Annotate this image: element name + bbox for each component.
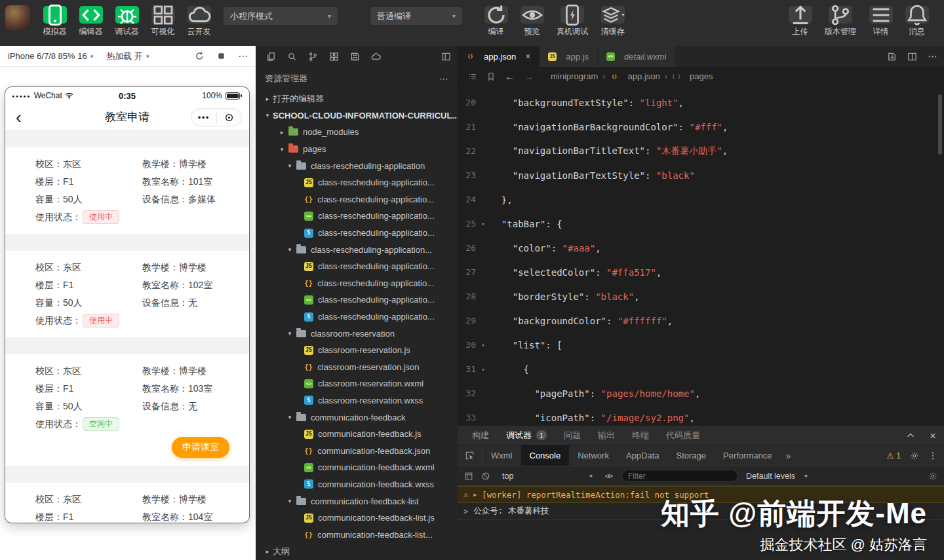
eval-context-icon[interactable] [464, 472, 473, 481]
tree-file[interactable]: JSclassroom-reservation.js [256, 342, 458, 359]
panel-tab-构建[interactable]: 构建 [472, 430, 489, 441]
tree-file[interactable]: Sclassroom-reservation.wxss [256, 392, 458, 409]
cloud-icon[interactable] [371, 52, 381, 62]
devtools-menu-icon[interactable] [928, 451, 937, 460]
expand-panel-icon[interactable] [906, 431, 915, 440]
simulator-more-icon[interactable]: ⋯ [238, 50, 248, 62]
stop-simulator-icon[interactable] [216, 51, 226, 61]
warning-count[interactable]: ⚠1 [887, 451, 901, 460]
tree-file[interactable]: {}class-rescheduling-applicatio... [256, 275, 458, 292]
grid-icon[interactable] [329, 52, 339, 62]
tree-folder[interactable]: ▾pages [256, 141, 458, 158]
compile-mode-dropdown[interactable]: 普通编译▾ [370, 7, 462, 25]
tree-folder[interactable]: ▸node_modules [256, 124, 458, 141]
tree-file[interactable]: {}classroom-reservation.json [256, 359, 458, 376]
save-icon[interactable] [350, 52, 360, 62]
editor-tab-app.json[interactable]: {}app.json× [458, 46, 540, 67]
fold-icon[interactable]: ▾ [476, 342, 490, 348]
devtools-tab-Console[interactable]: Console [521, 445, 570, 466]
context-dropdown[interactable]: top▾ [498, 472, 597, 481]
fold-icon[interactable]: ▾ [476, 221, 490, 227]
devtools-overflow-icon[interactable]: » [780, 445, 796, 466]
tree-folder[interactable]: ▾communication-feedback-list [256, 493, 458, 510]
tree-file[interactable]: {}class-rescheduling-applicatio... [256, 191, 458, 208]
code-line[interactable]: 22 "navigationBarTitleText": "木番薯小助手", [458, 139, 937, 163]
inspect-element-icon[interactable] [458, 445, 482, 466]
branch-icon[interactable] [308, 52, 318, 62]
code-line[interactable]: 33 "iconPath": "/image/sy2.png", [458, 405, 937, 426]
tree-file[interactable]: <>class-rescheduling-applicatio... [256, 291, 458, 308]
tool-visualization-button[interactable]: 可视化 [145, 6, 181, 37]
devtools-tab-Storage[interactable]: Storage [667, 445, 715, 466]
editor-tab-app.js[interactable]: JSapp.js [540, 46, 598, 67]
tree-folder[interactable]: ▾class-rescheduling-application [256, 157, 458, 174]
live-expression-icon[interactable] [604, 472, 614, 481]
action-upload-button[interactable]: 上传 [782, 6, 818, 37]
code-line[interactable]: 31▾ { [458, 357, 937, 381]
panel-tab-问题[interactable]: 问题 [564, 430, 581, 441]
outline-section[interactable]: ▸ 大纲 [256, 542, 458, 560]
close-panel-icon[interactable]: × [930, 430, 936, 441]
expand-icon[interactable]: ▶ [473, 492, 477, 498]
log-levels-dropdown[interactable]: Default levels▾ [746, 472, 808, 481]
devtools-tab-AppData[interactable]: AppData [618, 445, 668, 466]
tree-file[interactable]: Sclass-rescheduling-applicatio... [256, 308, 458, 326]
tool-cloud-dev-button[interactable]: 云开发 [181, 6, 217, 37]
code-line[interactable]: 28 "borderStyle": "black", [458, 284, 937, 308]
back-button[interactable]: ‹ [16, 109, 22, 126]
devtools-tab-Wxml[interactable]: Wxml [482, 445, 521, 466]
breadcrumb-item[interactable]: pages [690, 71, 713, 81]
code-area[interactable]: 20 "backgroundTextStyle": "light",21 "na… [458, 86, 937, 426]
search-icon[interactable] [287, 52, 297, 62]
code-line[interactable]: 20 "backgroundTextStyle": "light", [458, 90, 937, 115]
section-project-root[interactable]: ▾SCHOOL-CLOUD-INFORMATION-CURRICUL... [256, 107, 458, 124]
action-details-button[interactable]: 详情 [863, 6, 899, 37]
action-device-debug-button[interactable]: 真机调试 [550, 6, 595, 37]
clear-console-icon[interactable] [481, 472, 490, 481]
tree-file[interactable]: JScommunication-feedback-list.js [256, 510, 458, 527]
apply-classroom-button[interactable]: 申请课室 [172, 437, 229, 458]
action-compile-button[interactable]: 编译 [478, 6, 514, 37]
navigate-back-icon[interactable]: ← [505, 71, 515, 82]
tree-file[interactable]: JSclass-rescheduling-applicatio... [256, 174, 458, 191]
breadcrumb-item[interactable]: app.json [628, 71, 660, 81]
tree-file[interactable]: Sclass-rescheduling-applicatio... [256, 225, 458, 242]
tree-file[interactable]: JScommunication-feedback.js [256, 426, 458, 443]
console-warning-row[interactable]: ⚠▶[worker] reportRealtimeAction:fail not… [458, 486, 944, 503]
code-line[interactable]: 23 "navigationBarTextStyle": "black" [458, 163, 937, 187]
tool-editor-button[interactable]: 编辑器 [73, 6, 109, 37]
devtools-tab-Performance[interactable]: Performance [715, 445, 780, 466]
more-menu-icon[interactable]: ••• [191, 113, 216, 122]
tree-file[interactable]: {}communication-feedback.json [256, 442, 458, 459]
action-messages-button[interactable]: 消息 [899, 6, 935, 37]
tree-file[interactable]: Scommunication-feedback.wxss [256, 476, 458, 493]
navigate-forward-icon[interactable]: → [524, 71, 534, 82]
restart-simulator-icon[interactable] [195, 51, 205, 61]
collapse-explorer-icon[interactable] [441, 52, 451, 62]
tree-folder[interactable]: ▾classroom-reservation [256, 325, 458, 342]
panel-tab-调试器[interactable]: 调试器1 [506, 430, 547, 441]
code-line[interactable]: 24 }, [458, 187, 937, 212]
editor-tab-detail.wxml[interactable]: <>detail.wxml [598, 46, 675, 67]
code-line[interactable]: 25▾ "tabBar": { [458, 212, 937, 236]
panel-tab-终端[interactable]: 终端 [632, 430, 649, 441]
action-version-manage-button[interactable]: 版本管理 [818, 6, 863, 37]
close-tab-icon[interactable]: × [525, 51, 530, 62]
panel-tab-输出[interactable]: 输出 [598, 430, 615, 441]
tree-folder[interactable]: ▾communication-feedback [256, 409, 458, 426]
code-line[interactable]: 27 "selectedColor": "#ffa517", [458, 260, 937, 284]
explorer-more-icon[interactable]: ⋯ [439, 73, 448, 84]
more-actions-icon[interactable] [928, 52, 937, 62]
mode-dropdown[interactable]: 小程序模式▾ [224, 7, 338, 25]
tool-simulator-button[interactable]: 模拟器 [37, 6, 73, 37]
breadcrumb-item[interactable]: miniprogram [551, 71, 598, 81]
tree-file[interactable]: <>classroom-reservation.wxml [256, 375, 458, 392]
tree-file[interactable]: JSclass-rescheduling-applicatio... [256, 258, 458, 275]
action-clear-cache-button[interactable]: ▾清缓存 [595, 6, 631, 37]
code-line[interactable]: 30▾ "list": [ [458, 333, 937, 357]
action-preview-button[interactable]: 预览 [514, 6, 550, 37]
console-filter-input[interactable] [621, 470, 738, 482]
code-line[interactable]: 26 "color": "#aaa", [458, 236, 937, 260]
tree-file[interactable]: {}communication-feedback-list... [256, 526, 458, 542]
device-selector[interactable]: iPhone 6/7/8 85% 16▾ [8, 51, 93, 61]
